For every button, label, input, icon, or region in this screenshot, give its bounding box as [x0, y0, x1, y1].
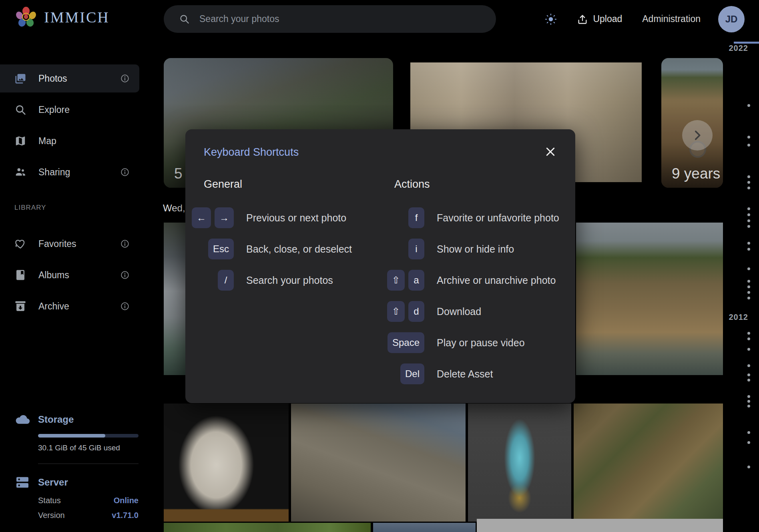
key-chip: d — [408, 301, 424, 322]
shortcut-row: ⇧dDownload — [394, 301, 559, 322]
timeline-dot — [747, 181, 750, 184]
key-chip: / — [218, 270, 234, 291]
server-version-label: Version — [38, 511, 65, 520]
shortcut-row: /Search your photos — [204, 270, 352, 291]
storage-progress-bar — [38, 434, 139, 438]
photo-thumbnail-ruins[interactable] — [291, 404, 466, 522]
storage-usage-text: 30.1 GiB of 45 GiB used — [38, 444, 139, 452]
timeline-dot — [747, 267, 750, 270]
archive-icon — [14, 300, 26, 312]
timeline-year-2022: 2022 — [729, 44, 749, 53]
search-input[interactable] — [199, 13, 456, 25]
memory-next-button[interactable] — [682, 120, 713, 151]
chevron-right-icon — [691, 128, 704, 142]
shortcut-row: ←→Previous or next photo — [204, 207, 352, 228]
logo-text: IMMICH — [44, 8, 110, 26]
server-block: Server — [0, 474, 139, 490]
storage-block: Storage — [0, 412, 139, 428]
search-icon — [14, 104, 26, 116]
timeline-dot — [747, 187, 750, 189]
photo-thumbnail-teaset[interactable] — [468, 404, 571, 522]
people-icon — [14, 166, 26, 178]
photo-thumbnail-partial-2[interactable] — [373, 523, 476, 532]
server-status-label: Status — [38, 496, 61, 505]
timeline-dot — [747, 395, 750, 398]
administration-link[interactable]: Administration — [642, 14, 701, 24]
sidebar-item-label: Photos — [38, 73, 120, 84]
info-icon[interactable] — [120, 270, 130, 280]
close-button[interactable] — [543, 145, 558, 159]
theme-toggle-sun-icon[interactable] — [545, 13, 557, 25]
sidebar-item-archive[interactable]: Archive — [0, 292, 139, 320]
sidebar-nav: PhotosExploreMapSharingLIBRARYFavoritesA… — [0, 38, 139, 320]
sidebar-item-photos[interactable]: Photos — [0, 64, 139, 92]
server-icon — [14, 474, 30, 490]
shortcut-description: Search your photos — [246, 275, 333, 286]
heart-icon — [14, 238, 26, 250]
user-avatar[interactable]: JD — [718, 6, 745, 32]
server-version-row: Version v1.71.0 — [38, 511, 139, 520]
timeline-dot — [747, 280, 750, 283]
timeline-year-2012: 2012 — [729, 313, 749, 322]
cloud-icon — [14, 412, 30, 428]
memory-card-canyon[interactable]: 9 years si — [661, 58, 723, 188]
timeline-dot — [747, 441, 750, 444]
photo-thumbnail-partial-1[interactable] — [164, 523, 371, 532]
shortcut-description: Previous or next photo — [246, 212, 346, 224]
timeline-dot — [747, 225, 750, 228]
sidebar-item-label: Map — [38, 136, 130, 147]
timeline-dot — [747, 285, 750, 288]
search-icon — [179, 14, 190, 24]
shortcut-description: Play or pause video — [437, 337, 525, 349]
modal-title: Keyboard Shortcuts — [204, 146, 299, 159]
upload-button[interactable]: Upload — [574, 13, 624, 25]
close-icon — [544, 146, 556, 158]
photos-icon — [14, 72, 26, 84]
shortcut-description: Back, close, or deselect — [246, 243, 352, 255]
sidebar-item-label: Sharing — [38, 167, 120, 178]
timeline-dot — [747, 431, 750, 434]
sidebar-item-explore[interactable]: Explore — [0, 96, 139, 124]
timeline-dot — [747, 248, 750, 251]
key-chip: ← — [192, 207, 211, 228]
key-chip: Esc — [208, 239, 234, 259]
key-chip: Space — [388, 332, 424, 353]
shortcut-row: ⇧aArchive or unarchive photo — [394, 270, 559, 291]
sidebar-item-sharing[interactable]: Sharing — [0, 158, 139, 186]
timeline-dot — [747, 400, 750, 403]
keyboard-shortcuts-modal: Keyboard Shortcuts General←→Previous or … — [185, 129, 575, 403]
sidebar-item-albums[interactable]: Albums — [0, 261, 139, 289]
storage-progress-fill — [38, 434, 105, 438]
map-icon — [14, 135, 26, 147]
sidebar-item-label: Explore — [38, 104, 130, 115]
timeline-dot — [747, 219, 750, 222]
info-icon[interactable] — [120, 167, 130, 177]
sidebar-item-favorites[interactable]: Favorites — [0, 230, 139, 258]
sidebar-item-label: Archive — [38, 301, 120, 312]
key-chip: ⇧ — [387, 270, 405, 291]
key-chip: ⇧ — [387, 301, 405, 322]
navbar-actions: Upload Administration JD — [545, 0, 745, 38]
shortcut-description: Archive or unarchive photo — [437, 275, 556, 286]
timeline-dot — [747, 144, 750, 147]
photo-thumbnail-lizard[interactable] — [574, 404, 723, 522]
server-status-value: Online — [114, 496, 139, 505]
photo-thumbnail-partial-3[interactable] — [477, 519, 723, 532]
shortcut-column-header: Actions — [394, 178, 559, 191]
timeline-dot — [747, 242, 750, 245]
timeline-dot — [747, 348, 750, 351]
timeline-scrubber[interactable]: 2022 2012 — [723, 38, 759, 532]
info-icon[interactable] — [120, 239, 130, 249]
info-icon[interactable] — [120, 301, 130, 311]
shortcut-description: Delete Asset — [437, 368, 493, 380]
sidebar-item-map[interactable]: Map — [0, 127, 139, 155]
info-icon[interactable] — [120, 74, 130, 83]
server-status-row: Status Online — [38, 496, 139, 505]
timeline-dot — [747, 136, 750, 139]
upload-label: Upload — [593, 14, 622, 24]
photo-thumbnail-bust[interactable] — [164, 404, 289, 522]
timeline-dot — [747, 466, 750, 468]
photo-thumbnail-beach[interactable] — [576, 223, 723, 375]
brand[interactable]: IMMICH — [14, 6, 110, 29]
search-bar[interactable] — [164, 5, 496, 33]
